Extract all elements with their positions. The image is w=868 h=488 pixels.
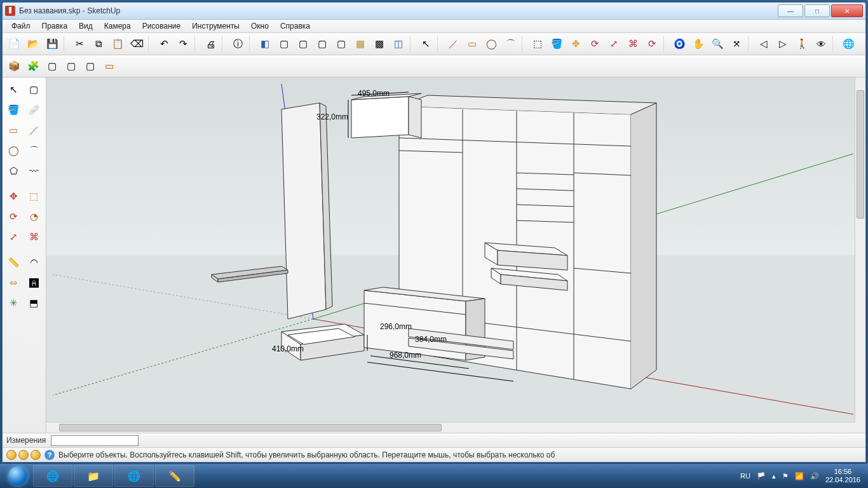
axes-tool[interactable]: ✳ xyxy=(4,294,23,313)
print-button[interactable]: 🖨 xyxy=(201,35,219,53)
polygon-tool[interactable]: ⬠ xyxy=(4,161,23,180)
pushpull-tool[interactable]: ⬚ xyxy=(24,187,43,206)
offset-tool[interactable]: ⌘ xyxy=(24,227,43,247)
close-button[interactable]: ✕ xyxy=(831,4,863,17)
undo-button[interactable]: ↶ xyxy=(155,35,173,53)
walk-button[interactable]: 🚶 xyxy=(793,35,811,53)
style-mono-button[interactable]: ▩ xyxy=(370,35,388,53)
rotate-tool[interactable]: ⟳ xyxy=(4,207,23,226)
open-button[interactable]: 📂 xyxy=(24,35,42,53)
look-button[interactable]: 👁 xyxy=(812,35,830,53)
circle-tool[interactable]: ◯ xyxy=(4,141,23,160)
push-pull-button[interactable]: ⬚ xyxy=(529,35,546,53)
taskbar-sketchup[interactable]: ✏️ xyxy=(155,465,194,487)
materials-button[interactable]: ▭ xyxy=(100,57,118,75)
orbit-button[interactable]: 🧿 xyxy=(670,35,688,53)
outliner-button[interactable]: ▢ xyxy=(43,57,61,75)
rotate-button[interactable]: ⟳ xyxy=(586,35,604,53)
prev-view-button[interactable]: ◁ xyxy=(755,35,773,53)
view-iso-button[interactable]: ◧ xyxy=(256,35,274,53)
view-back-button[interactable]: ▢ xyxy=(332,35,350,53)
layers-button[interactable]: ▢ xyxy=(81,57,99,75)
redo-button[interactable]: ↷ xyxy=(174,35,192,53)
arc-tool[interactable]: ⌒ xyxy=(24,141,43,160)
protractor-tool[interactable]: ◠ xyxy=(24,253,43,272)
eraser-tool[interactable]: 🩹 xyxy=(24,100,43,119)
followme-button[interactable]: ⟳ xyxy=(643,35,661,53)
dimension-tool[interactable]: ⇔ xyxy=(4,273,23,292)
section-tool[interactable]: ⬒ xyxy=(24,294,43,313)
menu-view[interactable]: Вид xyxy=(74,20,98,32)
rect-button[interactable]: ▭ xyxy=(463,35,481,53)
tray-flag-icon[interactable]: 🏳️ xyxy=(757,472,766,480)
menu-window[interactable]: Окно xyxy=(246,20,274,32)
paint-button[interactable]: 🪣 xyxy=(548,35,566,53)
component-tool[interactable]: ▢ xyxy=(24,80,43,99)
paint-tool[interactable]: 🪣 xyxy=(4,100,23,119)
tray-network-icon[interactable]: 📶 xyxy=(795,472,804,480)
make-component-button[interactable]: 📦 xyxy=(5,57,23,75)
new-button[interactable]: 📄 xyxy=(5,35,23,53)
freehand-tool[interactable]: 〰 xyxy=(24,161,43,180)
scroll-thumb[interactable] xyxy=(857,90,864,219)
select-tool[interactable]: ↖ xyxy=(4,80,23,99)
menu-file[interactable]: Файл xyxy=(6,20,36,32)
scroll-thumb[interactable] xyxy=(59,424,442,431)
viewport[interactable]: 495,0mm 322,0mm 296,0mm 384,0mm 968,0mm … xyxy=(46,78,865,433)
tray-action-center-icon[interactable]: ⚑ xyxy=(782,472,789,480)
select-button[interactable]: ↖ xyxy=(417,35,435,53)
line-button[interactable]: ／ xyxy=(444,35,462,53)
circle-button[interactable]: ◯ xyxy=(482,35,500,53)
model-info-button[interactable]: ⓘ xyxy=(229,35,247,53)
taskbar-chrome-2[interactable]: 🌐 xyxy=(114,465,154,487)
copy-button[interactable]: ⧉ xyxy=(90,35,107,53)
menu-edit[interactable]: Правка xyxy=(37,20,73,32)
erase-button[interactable]: ⌫ xyxy=(128,35,146,53)
tray-clock[interactable]: 16:56 22.04.2016 xyxy=(825,468,860,484)
geo-share-icon[interactable] xyxy=(31,450,41,460)
menu-help[interactable]: Справка xyxy=(275,20,315,32)
maximize-button[interactable]: □ xyxy=(804,4,830,17)
measurements-input[interactable] xyxy=(51,435,139,446)
tray-up-icon[interactable]: ▴ xyxy=(772,472,776,480)
geo-claim-icon[interactable] xyxy=(18,450,29,460)
next-view-button[interactable]: ▷ xyxy=(774,35,792,53)
tray-lang[interactable]: RU xyxy=(740,472,750,480)
taskbar-explorer[interactable]: 📁 xyxy=(74,465,113,487)
tray-volume-icon[interactable]: 🔊 xyxy=(810,472,819,480)
scale-tool[interactable]: ⤢ xyxy=(4,227,23,247)
scale-button[interactable]: ⤢ xyxy=(605,35,623,53)
instructor-help-icon[interactable]: ? xyxy=(44,450,55,460)
save-button[interactable]: 💾 xyxy=(43,35,61,53)
tape-tool[interactable]: 📏 xyxy=(4,253,23,272)
move-button[interactable]: ✥ xyxy=(567,35,585,53)
start-button[interactable] xyxy=(4,466,32,486)
zoom-button[interactable]: 🔍 xyxy=(709,35,726,53)
view-right-button[interactable]: ▢ xyxy=(313,35,331,53)
menu-tools[interactable]: Инструменты xyxy=(187,20,245,32)
titlebar[interactable]: Без названия.skp - SketchUp — □ ✕ xyxy=(3,3,865,20)
view-top-button[interactable]: ▢ xyxy=(275,35,293,53)
zoom-extents-button[interactable]: ⤧ xyxy=(728,35,745,53)
paste-button[interactable]: 📋 xyxy=(109,35,126,53)
geo-location-icon[interactable] xyxy=(6,450,17,460)
google-earth-button[interactable]: 🌐 xyxy=(839,35,857,53)
pan-button[interactable]: ✋ xyxy=(689,35,707,53)
style-xray-button[interactable]: ◫ xyxy=(390,35,407,53)
vertical-scrollbar[interactable] xyxy=(855,78,865,433)
arc-button[interactable]: ⌒ xyxy=(501,35,519,53)
scenes-button[interactable]: ▢ xyxy=(62,57,80,75)
move-tool[interactable]: ✥ xyxy=(4,187,23,206)
style-textured-button[interactable]: ▦ xyxy=(351,35,369,53)
horizontal-scrollbar[interactable] xyxy=(46,422,855,433)
view-front-button[interactable]: ▢ xyxy=(294,35,312,53)
minimize-button[interactable]: — xyxy=(778,4,803,17)
line-tool[interactable]: ／ xyxy=(24,121,43,140)
followme-tool[interactable]: ◔ xyxy=(24,207,43,226)
rect-tool[interactable]: ▭ xyxy=(4,121,23,140)
system-tray[interactable]: RU 🏳️ ▴ ⚑ 📶 🔊 16:56 22.04.2016 xyxy=(740,468,864,484)
offset-button[interactable]: ⌘ xyxy=(624,35,642,53)
cut-button[interactable]: ✂ xyxy=(71,35,88,53)
taskbar-chrome[interactable]: 🌐 xyxy=(33,465,72,487)
menu-draw[interactable]: Рисование xyxy=(137,20,186,32)
